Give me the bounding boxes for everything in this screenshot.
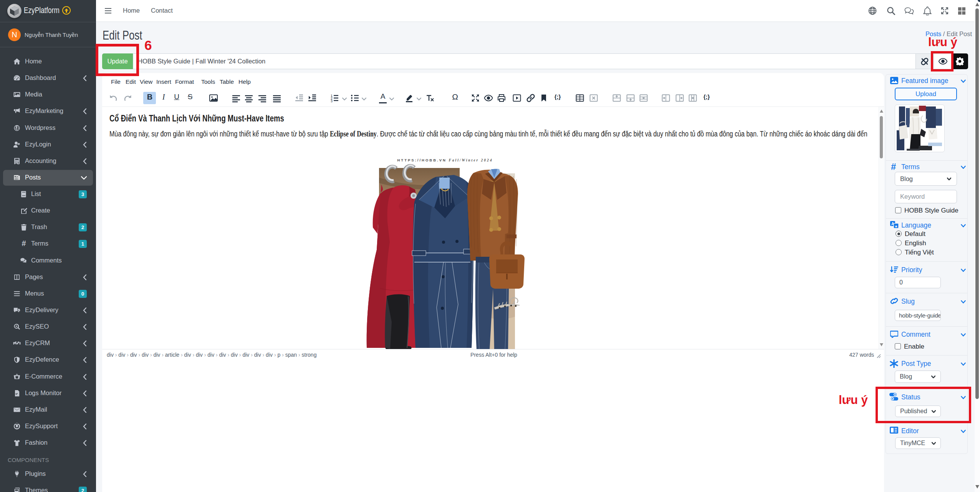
svg-text:★: ★ (894, 224, 897, 228)
svg-text:3: 3 (331, 99, 333, 103)
svg-text:#: # (22, 240, 26, 248)
svg-text:HTTPS://HOBB.VN Fall/Winter 20: HTTPS://HOBB.VN Fall/Winter 2024 (397, 158, 493, 162)
